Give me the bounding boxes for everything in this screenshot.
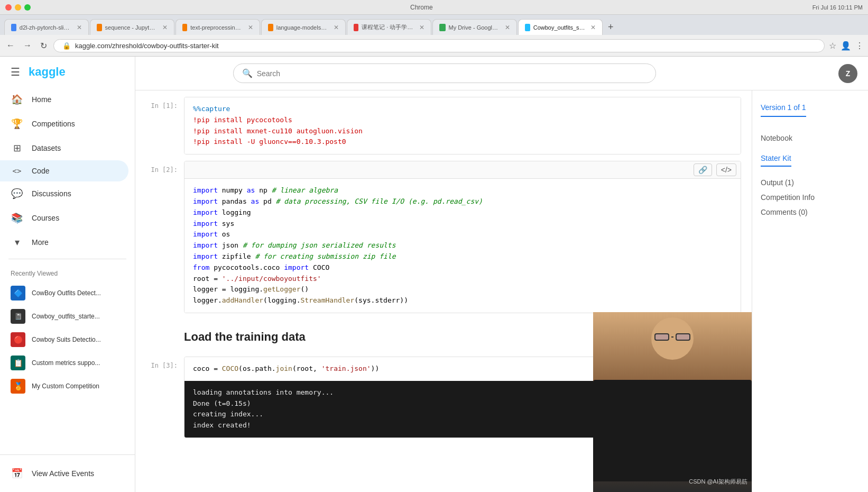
sidebar-item-datasets[interactable]: ⊞ Datasets: [0, 136, 128, 160]
search-input[interactable]: [257, 69, 647, 78]
output-label[interactable]: Output (1): [761, 175, 860, 190]
video-watermark: CSDN @AI架构师易筋: [689, 478, 747, 486]
cell-1-label: In [1]:: [146, 97, 178, 154]
cell-2-content: 🔗 </> import numpy as np # linear algebr…: [184, 161, 741, 313]
top-bar: 🔍 Z: [135, 57, 868, 90]
tab-4-close[interactable]: ✕: [334, 24, 339, 31]
tab-2[interactable]: sequence - Jupyter Notebook ✕: [90, 19, 174, 35]
events-icon: 📅: [11, 468, 23, 479]
tab-5-label: 课程笔记 · 动手学深度学习课程: [362, 23, 414, 31]
tab-7-close[interactable]: ✕: [590, 24, 596, 31]
recent-item-5-label: My Custom Competition: [32, 382, 99, 390]
discussions-icon: 💬: [11, 188, 23, 199]
recent-icon-2: 📓: [11, 309, 25, 324]
address-icons: ☆ 👤 ⋮: [829, 41, 864, 51]
comments-label[interactable]: Comments (0): [761, 205, 860, 220]
mac-titlebar: Chrome Fri Jul 16 10:11 PM: [0, 0, 868, 15]
sidebar-header: ☰ kaggle: [0, 57, 135, 87]
sidebar-item-discussions[interactable]: 💬 Discussions: [0, 181, 128, 206]
hamburger-icon[interactable]: ☰: [11, 66, 20, 78]
cell-1-code[interactable]: %%capture !pip install pycocotools !pip …: [184, 97, 741, 154]
sidebar-item-events-label: View Active Events: [32, 469, 94, 478]
tab-6-close[interactable]: ✕: [505, 24, 510, 31]
search-container: 🔍: [233, 63, 656, 83]
right-panel: Version 1 of 1 Notebook Stater Kit Outpu…: [752, 90, 868, 492]
avatar[interactable]: Z: [838, 64, 857, 83]
lock-icon: 🔒: [62, 42, 71, 50]
content-area: In [1]: %%capture !pip install pycocotoo…: [135, 90, 868, 492]
back-button[interactable]: ←: [4, 39, 17, 52]
tab-2-label: sequence - Jupyter Notebook: [105, 24, 157, 31]
tab-4[interactable]: language-models-and-data... ✕: [261, 19, 346, 35]
sidebar-item-more[interactable]: ▾ More: [0, 230, 128, 254]
reload-button[interactable]: ↻: [38, 39, 49, 53]
tab-1[interactable]: d2l-zh-pytorch-slides/chapt... ✕: [4, 19, 89, 35]
home-icon: 🏠: [11, 94, 23, 105]
recent-item-1-label: CowBoy Outfits Detect...: [32, 289, 101, 297]
mac-time: Fri Jul 16 10:11 PM: [812, 4, 863, 11]
mac-close-btn[interactable]: [5, 4, 12, 11]
code-view-button[interactable]: </>: [716, 163, 736, 176]
sidebar-item-view-events[interactable]: 📅 View Active Events: [0, 461, 128, 486]
sidebar-item-datasets-label: Datasets: [32, 144, 61, 152]
url-bar[interactable]: 🔒 kaggle.com/zhreshold/cowboy-outfits-st…: [53, 39, 825, 52]
bookmark-icon[interactable]: ☆: [829, 41, 836, 51]
link-button[interactable]: 🔗: [694, 163, 712, 176]
kaggle-logo[interactable]: kaggle: [29, 65, 66, 79]
sidebar-item-home[interactable]: 🏠 Home: [0, 87, 128, 112]
tab-3-close[interactable]: ✕: [248, 24, 253, 31]
competition-info-label[interactable]: Competition Info: [761, 190, 860, 205]
sidebar-item-courses[interactable]: 📚 Courses: [0, 206, 128, 230]
recent-item-4[interactable]: 📋 Custom metrics suppo...: [0, 351, 135, 375]
tab-3[interactable]: text-preprocessing - Jupyter ... ✕: [176, 19, 260, 35]
sidebar: ☰ kaggle 🏠 Home 🏆 Competitions ⊞ Dataset…: [0, 57, 135, 492]
main-layout: ☰ kaggle 🏠 Home 🏆 Competitions ⊞ Dataset…: [0, 57, 868, 492]
menu-icon[interactable]: ⋮: [855, 41, 864, 51]
sidebar-item-code[interactable]: <> Code: [0, 160, 128, 181]
recent-item-3[interactable]: 🔴 Cowboy Suits Detectio...: [0, 328, 135, 351]
recent-item-3-label: Cowboy Suits Detectio...: [32, 336, 101, 343]
tab-5[interactable]: 课程笔记 · 动手学深度学习课程 ✕: [347, 19, 431, 35]
cell-1-content: %%capture !pip install pycocotools !pip …: [184, 97, 741, 154]
browser-chrome: d2l-zh-pytorch-slides/chapt... ✕ sequenc…: [0, 15, 868, 57]
recent-icon-5: 🏅: [11, 379, 25, 394]
code-icon: <>: [11, 167, 23, 175]
sidebar-divider: [8, 259, 126, 259]
cell-1: In [1]: %%capture !pip install pycocotoo…: [146, 97, 741, 154]
url-text: kaggle.com/zhreshold/cowboy-outfits-star…: [75, 42, 816, 50]
courses-icon: 📚: [11, 212, 23, 224]
tab-4-label: language-models-and-data...: [276, 24, 328, 31]
mac-max-btn[interactable]: [24, 4, 31, 11]
search-bar: 🔍: [233, 63, 656, 83]
recent-item-2[interactable]: 📓 Cowboy_outfits_starte...: [0, 305, 135, 328]
tab-1-close[interactable]: ✕: [77, 24, 82, 31]
forward-button[interactable]: →: [21, 39, 34, 52]
sidebar-bottom: 📅 View Active Events: [0, 454, 135, 492]
recent-item-5[interactable]: 🏅 My Custom Competition: [0, 375, 135, 398]
mac-min-btn[interactable]: [15, 4, 21, 11]
sidebar-item-competitions[interactable]: 🏆 Competitions: [0, 112, 128, 136]
tab-2-close[interactable]: ✕: [162, 24, 168, 31]
new-tab-button[interactable]: +: [604, 20, 618, 35]
sidebar-item-more-label: More: [32, 238, 49, 247]
video-overlay: CSDN @AI架构师易筋: [593, 312, 752, 492]
sidebar-item-discussions-label: Discussions: [32, 189, 71, 198]
tab-6[interactable]: My Drive - Google Drive ✕: [432, 19, 517, 35]
video-person: [593, 312, 752, 492]
recent-item-1[interactable]: 🔷 CowBoy Outfits Detect...: [0, 281, 135, 305]
tab-7-label: Cowboy_outfits_starter_kit ...: [533, 24, 585, 31]
sidebar-item-code-label: Code: [32, 167, 49, 175]
competitions-icon: 🏆: [11, 118, 23, 130]
notebook-link[interactable]: Notebook: [761, 130, 860, 147]
version-label[interactable]: Version 1 of 1: [761, 99, 806, 117]
stater-kit-link[interactable]: Stater Kit: [761, 151, 791, 167]
profile-icon[interactable]: 👤: [841, 41, 851, 51]
cell-2-code[interactable]: import numpy as np # linear algebra impo…: [184, 179, 741, 313]
recent-icon-4: 📋: [11, 356, 25, 370]
sidebar-item-competitions-label: Competitions: [32, 120, 75, 128]
tab-7[interactable]: Cowboy_outfits_starter_kit ... ✕: [518, 19, 603, 35]
datasets-icon: ⊞: [11, 142, 23, 154]
recent-item-2-label: Cowboy_outfits_starte...: [32, 313, 100, 320]
tab-1-label: d2l-zh-pytorch-slides/chapt...: [20, 24, 71, 31]
tab-5-close[interactable]: ✕: [419, 24, 424, 31]
